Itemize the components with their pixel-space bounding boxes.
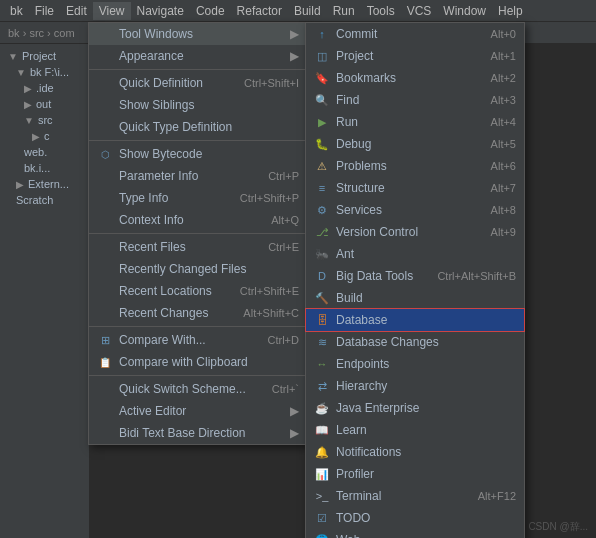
menu-item-refactor[interactable]: Refactor (231, 2, 288, 20)
sidebar-item-c[interactable]: ▶ c (0, 128, 89, 144)
toolwindow-item-todo[interactable]: ☑TODO (306, 507, 524, 529)
notifications-label: Notifications (336, 445, 401, 459)
appearance-label: Appearance (119, 49, 184, 63)
view-menu-item-show-bytecode[interactable]: ⬡ Show Bytecode (89, 143, 307, 165)
toolwindow-item-services[interactable]: ⚙ServicesAlt+8 (306, 199, 524, 221)
path-text: bk › src › com (8, 27, 75, 39)
toolwindow-item-problems[interactable]: ⚠ProblemsAlt+6 (306, 155, 524, 177)
toolwindow-item-endpoints[interactable]: ↔Endpoints (306, 353, 524, 375)
build-icon: 🔨 (314, 290, 330, 306)
menu-item-bk[interactable]: bk (4, 2, 29, 20)
toolwindow-item-bookmarks[interactable]: 🔖BookmarksAlt+2 (306, 67, 524, 89)
menu-item-navigate[interactable]: Navigate (131, 2, 190, 20)
compare-clipboard-icon: 📋 (97, 354, 113, 370)
toolwindow-item-learn[interactable]: 📖Learn (306, 419, 524, 441)
compare-with-icon: ⊞ (97, 332, 113, 348)
menu-item-tools[interactable]: Tools (361, 2, 401, 20)
view-menu-item-recent-locs[interactable]: Recent Locations Ctrl+Shift+E (89, 280, 307, 302)
view-menu-item-context-info[interactable]: Context Info Alt+Q (89, 209, 307, 231)
run-shortcut: Alt+4 (471, 116, 516, 128)
sidebar-item-bk[interactable]: ▼ bk F:\i... (0, 64, 89, 80)
menu-item-help[interactable]: Help (492, 2, 529, 20)
tool-windows-arrow: ▶ (290, 27, 299, 41)
view-menu-item-recent-changes[interactable]: Recent Changes Alt+Shift+C (89, 302, 307, 324)
menu-item-window[interactable]: Window (437, 2, 492, 20)
quick-def-label: Quick Definition (119, 76, 203, 90)
menu-item-view[interactable]: View (93, 2, 131, 20)
toolwindow-item-ant[interactable]: 🐜Ant (306, 243, 524, 265)
structure-icon: ≡ (314, 180, 330, 196)
menu-item-build[interactable]: Build (288, 2, 327, 20)
recent-changes-icon (97, 305, 113, 321)
view-menu-item-param-info[interactable]: Parameter Info Ctrl+P (89, 165, 307, 187)
toolwindow-item-notifications[interactable]: 🔔Notifications (306, 441, 524, 463)
profiler-icon: 📊 (314, 466, 330, 482)
toolwindow-item-structure[interactable]: ≡StructureAlt+7 (306, 177, 524, 199)
toolwindow-item-debug[interactable]: 🐛DebugAlt+5 (306, 133, 524, 155)
find-shortcut: Alt+3 (471, 94, 516, 106)
sidebar-item-src[interactable]: ▼ src (0, 112, 89, 128)
sidebar-item-out[interactable]: ▶ out (0, 96, 89, 112)
debug-label: Debug (336, 137, 371, 151)
toolwindow-item-version-control[interactable]: ⎇Version ControlAlt+9 (306, 221, 524, 243)
quick-def-icon (97, 75, 113, 91)
view-menu-item-type-info[interactable]: Type Info Ctrl+Shift+P (89, 187, 307, 209)
java-enterprise-label: Java Enterprise (336, 401, 419, 415)
big-data-tools-icon: D (314, 268, 330, 284)
view-menu-item-quick-switch[interactable]: Quick Switch Scheme... Ctrl+` (89, 378, 307, 400)
menu-bar: bk File Edit View Navigate Code Refactor… (0, 0, 596, 22)
view-menu-item-bidi[interactable]: Bidi Text Base Direction ▶ (89, 422, 307, 444)
menu-item-file[interactable]: File (29, 2, 60, 20)
toolwindow-item-commit[interactable]: ↑CommitAlt+0 (306, 23, 524, 45)
active-editor-icon (97, 403, 113, 419)
find-label: Find (336, 93, 359, 107)
toolwindow-item-database[interactable]: 🗄Database (306, 309, 524, 331)
toolwindow-item-big-data-tools[interactable]: DBig Data ToolsCtrl+Alt+Shift+B (306, 265, 524, 287)
structure-label: Structure (336, 181, 385, 195)
sidebar-item-project[interactable]: ▼ Project (0, 48, 89, 64)
project-label: Project (336, 49, 373, 63)
hierarchy-icon: ⇄ (314, 378, 330, 394)
menu-item-run[interactable]: Run (327, 2, 361, 20)
view-menu-item-recently-changed[interactable]: Recently Changed Files (89, 258, 307, 280)
menu-item-code[interactable]: Code (190, 2, 231, 20)
view-menu-item-tool-windows[interactable]: Tool Windows ▶ (89, 23, 307, 45)
run-label: Run (336, 115, 358, 129)
recent-changes-shortcut: Alt+Shift+C (223, 307, 299, 319)
toolwindow-item-web[interactable]: 🌐Web (306, 529, 524, 538)
toolwindow-item-project[interactable]: ◫ProjectAlt+1 (306, 45, 524, 67)
recently-changed-label: Recently Changed Files (119, 262, 246, 276)
toolwindow-item-hierarchy[interactable]: ⇄Hierarchy (306, 375, 524, 397)
toolwindow-item-terminal[interactable]: >_TerminalAlt+F12 (306, 485, 524, 507)
toolwindow-item-run[interactable]: ▶RunAlt+4 (306, 111, 524, 133)
compare-with-shortcut: Ctrl+D (248, 334, 299, 346)
sidebar-item-extern[interactable]: ▶ Extern... (0, 176, 89, 192)
menu-item-edit[interactable]: Edit (60, 2, 93, 20)
show-siblings-label: Show Siblings (119, 98, 194, 112)
database-label: Database (336, 313, 387, 327)
toolwindow-item-profiler[interactable]: 📊Profiler (306, 463, 524, 485)
quick-type-icon (97, 119, 113, 135)
view-menu-item-show-siblings[interactable]: Show Siblings (89, 94, 307, 116)
view-menu-item-quick-def[interactable]: Quick Definition Ctrl+Shift+I (89, 72, 307, 94)
project-shortcut: Alt+1 (471, 50, 516, 62)
sidebar-item-scratch[interactable]: Scratch (0, 192, 89, 208)
view-menu-item-quick-type[interactable]: Quick Type Definition (89, 116, 307, 138)
sidebar-item-ide[interactable]: ▶ .ide (0, 80, 89, 96)
toolwindow-item-find[interactable]: 🔍FindAlt+3 (306, 89, 524, 111)
bookmarks-shortcut: Alt+2 (471, 72, 516, 84)
view-menu-item-appearance[interactable]: Appearance ▶ (89, 45, 307, 67)
view-menu-item-recent-files[interactable]: Recent Files Ctrl+E (89, 236, 307, 258)
separator-1 (89, 69, 307, 70)
database-changes-icon: ≋ (314, 334, 330, 350)
menu-item-vcs[interactable]: VCS (401, 2, 438, 20)
view-menu-item-compare-clipboard[interactable]: 📋 Compare with Clipboard (89, 351, 307, 373)
toolwindow-item-database-changes[interactable]: ≋Database Changes (306, 331, 524, 353)
sidebar-item-web[interactable]: web. (0, 144, 89, 160)
sidebar-item-bki[interactable]: bk.i... (0, 160, 89, 176)
view-menu-item-compare-with[interactable]: ⊞ Compare With... Ctrl+D (89, 329, 307, 351)
quick-switch-shortcut: Ctrl+` (252, 383, 299, 395)
toolwindow-item-java-enterprise[interactable]: ☕Java Enterprise (306, 397, 524, 419)
toolwindow-item-build[interactable]: 🔨Build (306, 287, 524, 309)
view-menu-item-active-editor[interactable]: Active Editor ▶ (89, 400, 307, 422)
